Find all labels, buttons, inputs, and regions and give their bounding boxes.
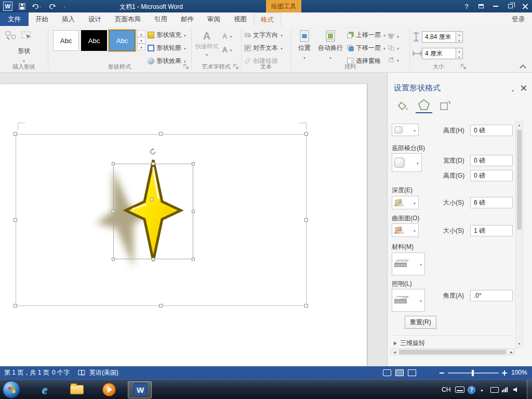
tab-page-layout[interactable]: 页面布局 xyxy=(108,12,148,26)
shape-style-preset-3[interactable]: Abc xyxy=(109,30,135,51)
selection-handle[interactable] xyxy=(112,258,115,261)
tab-format[interactable]: 格式 xyxy=(254,12,281,26)
tab-design[interactable]: 设计 xyxy=(82,12,108,26)
bring-forward-button[interactable]: 上移一层 xyxy=(347,29,386,41)
minimize-button[interactable] xyxy=(488,0,503,12)
ime-indicator[interactable]: CH xyxy=(442,380,450,399)
gallery-down-button[interactable] xyxy=(137,37,145,44)
pane-vertical-scrollbar[interactable] xyxy=(515,121,523,348)
rotation-3d-header[interactable]: 三维旋转 xyxy=(394,339,425,348)
zoom-in-button[interactable] xyxy=(502,370,507,376)
stepper-up-icon[interactable] xyxy=(456,48,462,54)
selection-handle[interactable] xyxy=(192,162,195,165)
taskbar-file-explorer[interactable] xyxy=(70,382,84,397)
bevel-height-input[interactable]: 0 磅 xyxy=(470,170,513,181)
gallery-more-button[interactable] xyxy=(137,44,145,50)
redo-button[interactable] xyxy=(47,2,57,11)
read-mode-view-button[interactable] xyxy=(383,369,391,376)
align-objects-button[interactable] xyxy=(388,30,400,42)
shape-width-stepper[interactable] xyxy=(456,48,463,59)
restore-button[interactable] xyxy=(503,0,517,12)
pane-tab-effects[interactable] xyxy=(416,98,432,113)
group-objects-button[interactable] xyxy=(388,42,400,54)
language-indicator[interactable]: 英语(美国) xyxy=(89,366,118,379)
hidden-icons-button[interactable] xyxy=(480,380,484,399)
undo-button[interactable] xyxy=(30,2,44,11)
scroll-down-icon[interactable] xyxy=(516,340,523,347)
selection-handle[interactable] xyxy=(192,210,195,213)
selection-handle[interactable] xyxy=(192,258,195,261)
scroll-up-icon[interactable] xyxy=(516,122,523,128)
bevel-width-input[interactable]: 0 磅 xyxy=(470,155,513,166)
height-input[interactable]: 0 磅 xyxy=(470,125,513,136)
word-app-icon[interactable]: W xyxy=(3,2,12,11)
word-count[interactable]: 0 个字 xyxy=(52,366,70,379)
pane-horizontal-scrollbar[interactable] xyxy=(391,348,515,355)
tab-insert[interactable]: 插入 xyxy=(55,12,82,26)
ribbon-display-options-button[interactable] xyxy=(474,0,488,12)
taskbar-word[interactable]: W xyxy=(133,382,148,397)
zoom-level[interactable]: 100% xyxy=(511,366,527,379)
start-button[interactable] xyxy=(3,381,20,398)
stepper-up-icon[interactable] xyxy=(456,32,462,37)
pane-options-caret-icon[interactable] xyxy=(511,86,514,94)
display-tray-icon[interactable] xyxy=(490,380,499,399)
material-dropdown[interactable] xyxy=(392,252,425,275)
save-button[interactable] xyxy=(17,2,27,11)
shape-gallery-icon[interactable] xyxy=(5,30,17,41)
page-indicator[interactable]: 第 1 页，共 1 页 xyxy=(4,366,49,379)
selection-handle[interactable] xyxy=(14,132,17,136)
text-direction-button[interactable]: 文字方向 xyxy=(244,29,283,41)
pane-tab-fill-line[interactable] xyxy=(395,99,411,114)
selection-handle[interactable] xyxy=(159,304,163,308)
adjust-handle[interactable] xyxy=(150,198,153,201)
help-button[interactable]: ? xyxy=(459,0,474,12)
tab-file[interactable]: 文件 xyxy=(0,12,29,26)
scrollbar-thumb[interactable] xyxy=(399,350,506,354)
scroll-right-icon[interactable] xyxy=(508,349,515,355)
reset-button[interactable]: 重置(R) xyxy=(405,316,436,329)
wrap-text-button[interactable]: 自动换行 xyxy=(317,28,344,61)
stepper-down-icon[interactable] xyxy=(456,54,462,60)
web-layout-view-button[interactable] xyxy=(408,369,416,376)
shape-height-stepper[interactable] xyxy=(456,31,463,43)
contour-color-dropdown[interactable] xyxy=(392,223,419,237)
stepper-down-icon[interactable] xyxy=(456,37,462,43)
volume-tray-icon[interactable] xyxy=(513,380,517,399)
shape-outline-button[interactable]: 形状轮廓 xyxy=(148,42,187,54)
document-area[interactable] xyxy=(0,73,387,366)
taskbar-internet-explorer[interactable]: e xyxy=(37,382,52,397)
lighting-dropdown[interactable] xyxy=(392,289,425,312)
drawing-tools-label[interactable]: 绘图工具 xyxy=(266,0,301,12)
edit-shape-button[interactable]: 形状 xyxy=(9,45,38,64)
shape-selection-box[interactable] xyxy=(113,164,193,259)
tab-references[interactable]: 引用 xyxy=(148,12,174,26)
shape-style-preset-2[interactable]: Abc xyxy=(81,30,107,51)
selection-handle[interactable] xyxy=(304,132,308,136)
contour-size-input[interactable]: 1 磅 xyxy=(470,225,513,236)
shape-width-input[interactable]: 4 厘米 xyxy=(422,48,456,59)
collapse-ribbon-button[interactable] xyxy=(520,64,526,71)
text-outline-button[interactable]: A xyxy=(222,44,232,55)
selection-handle[interactable] xyxy=(14,304,17,308)
rotate-handle-icon[interactable] xyxy=(149,148,157,156)
network-tray-icon[interactable] xyxy=(502,380,508,399)
zoom-slider-thumb[interactable] xyxy=(472,370,474,376)
shape-fill-button[interactable]: 形状填充 xyxy=(148,29,187,41)
gallery-up-button[interactable] xyxy=(137,30,145,37)
tab-review[interactable]: 审阅 xyxy=(201,12,227,26)
taskbar-media-player[interactable] xyxy=(102,382,116,397)
depth-size-input[interactable]: 6 磅 xyxy=(470,197,513,208)
selection-handle[interactable] xyxy=(14,218,17,222)
pane-tab-layout-properties[interactable] xyxy=(436,99,453,114)
send-backward-button[interactable]: 下移一层 xyxy=(347,42,386,54)
undo-caret-icon[interactable] xyxy=(39,3,42,10)
selection-handle[interactable] xyxy=(304,304,308,308)
lighting-angle-input[interactable]: .0° xyxy=(470,290,513,301)
scrollbar-thumb[interactable] xyxy=(517,130,522,230)
scroll-left-icon[interactable] xyxy=(391,349,398,355)
proofing-icon[interactable] xyxy=(78,369,86,376)
help-tray-button[interactable]: ? xyxy=(468,380,475,399)
text-fill-button[interactable]: A xyxy=(222,30,232,42)
top-bevel-dropdown[interactable] xyxy=(392,124,419,136)
